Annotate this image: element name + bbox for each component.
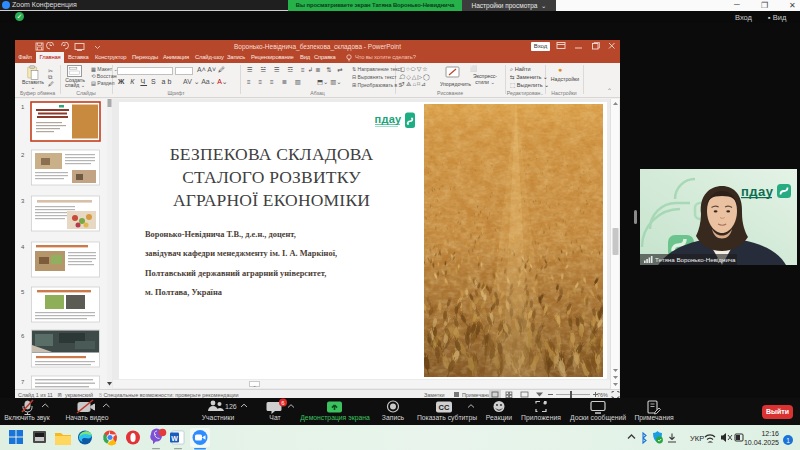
svg-text:7: 7 [21, 379, 25, 385]
svg-text:3: 3 [21, 198, 25, 204]
svg-text:2: 2 [21, 152, 25, 158]
svg-text:CC: CC [439, 403, 450, 412]
svg-text:6: 6 [21, 333, 25, 339]
svg-text:5: 5 [21, 289, 25, 295]
svg-text:пдау: пдау [741, 184, 774, 199]
svg-text:1: 1 [786, 437, 790, 444]
svg-text:пдау: пдау [375, 113, 402, 125]
svg-text:W: W [171, 435, 178, 442]
svg-text:126: 126 [225, 403, 237, 410]
svg-text:4: 4 [21, 244, 25, 250]
svg-text:Тетяна Воронько-Невіднича: Тетяна Воронько-Невіднича [655, 256, 736, 263]
svg-text:1: 1 [21, 104, 25, 110]
svg-text:10.04.2025: 10.04.2025 [744, 439, 779, 446]
svg-text:12:16: 12:16 [761, 430, 779, 437]
svg-text:УКР: УКР [690, 434, 704, 443]
